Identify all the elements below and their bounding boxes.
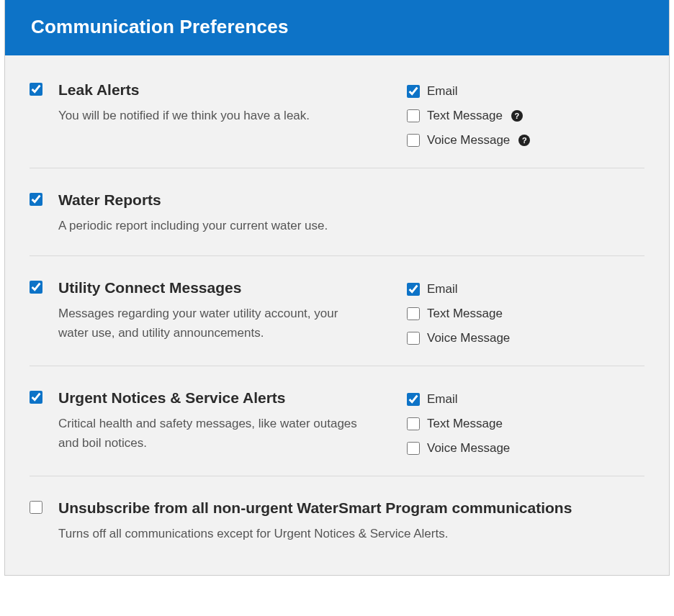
channel-voice-label: Voice Message — [427, 331, 510, 345]
utility-email-checkbox[interactable] — [407, 283, 420, 296]
channel-row: Email — [407, 282, 644, 296]
leak-text-checkbox[interactable] — [407, 109, 420, 122]
channel-email-label: Email — [427, 84, 458, 99]
channel-voice-label: Voice Message — [427, 133, 510, 148]
utility-connect-checkbox[interactable] — [30, 281, 42, 294]
panel-title: Communication Preferences — [31, 16, 289, 37]
urgent-email-checkbox[interactable] — [407, 393, 420, 406]
leak-alerts-desc: You will be notified if we think you hav… — [58, 106, 361, 125]
water-reports-desc: A periodic report including your current… — [58, 216, 361, 235]
utility-text-checkbox[interactable] — [407, 307, 420, 320]
leak-alerts-title: Leak Alerts — [58, 81, 378, 99]
channel-row: Voice Message ? — [407, 331, 644, 345]
section-unsubscribe: Unsubscribe from all non-urgent WaterSma… — [30, 492, 644, 551]
utility-connect-desc: Messages regarding your water utility ac… — [58, 304, 361, 343]
channel-voice-label: Voice Message — [427, 441, 510, 456]
channel-text-label: Text Message — [427, 109, 503, 123]
leak-alerts-checkbox[interactable] — [30, 83, 42, 96]
channel-row: Text Message ? — [407, 417, 644, 431]
unsubscribe-checkbox[interactable] — [30, 501, 42, 514]
urgent-text-checkbox[interactable] — [407, 417, 420, 430]
unsubscribe-title: Unsubscribe from all non-urgent WaterSma… — [58, 499, 616, 517]
section-water-reports: Water Reports A periodic report includin… — [30, 184, 644, 256]
preferences-panel: Communication Preferences Leak Alerts Yo… — [4, 0, 670, 576]
water-reports-title: Water Reports — [58, 191, 378, 209]
water-reports-checkbox[interactable] — [30, 193, 42, 206]
utility-connect-channels: Email Text Message ? Voice Message ? — [407, 279, 644, 345]
urgent-notices-desc: Critical health and safety messages, lik… — [58, 414, 361, 453]
section-urgent-notices: Urgent Notices & Service Alerts Critical… — [30, 382, 644, 476]
urgent-notices-channels: Email Text Message ? Voice Message ? — [407, 389, 644, 456]
urgent-notices-title: Urgent Notices & Service Alerts — [58, 389, 378, 407]
unsubscribe-desc: Turns off all communications except for … — [58, 524, 616, 543]
channel-row: Email — [407, 392, 644, 407]
channel-row: Voice Message ? — [407, 133, 644, 148]
channel-text-label: Text Message — [427, 307, 503, 321]
panel-content: Leak Alerts You will be notified if we t… — [5, 55, 669, 575]
channel-row: Text Message ? — [407, 307, 644, 321]
leak-email-checkbox[interactable] — [407, 85, 420, 98]
urgent-notices-checkbox[interactable] — [30, 391, 42, 404]
channel-email-label: Email — [427, 282, 458, 296]
help-icon[interactable]: ? — [518, 135, 530, 146]
urgent-voice-checkbox[interactable] — [407, 442, 420, 455]
section-utility-connect: Utility Connect Messages Messages regard… — [30, 272, 644, 366]
utility-voice-checkbox[interactable] — [407, 332, 420, 345]
help-icon[interactable]: ? — [511, 110, 523, 122]
channel-row: Email — [407, 84, 644, 99]
channel-row: Text Message ? — [407, 109, 644, 123]
leak-alerts-channels: Email Text Message ? Voice Message ? — [407, 81, 644, 148]
section-leak-alerts: Leak Alerts You will be notified if we t… — [30, 74, 644, 168]
utility-connect-title: Utility Connect Messages — [58, 279, 378, 296]
channel-email-label: Email — [427, 392, 458, 407]
panel-header: Communication Preferences — [5, 0, 669, 55]
channel-row: Voice Message ? — [407, 441, 644, 456]
leak-voice-checkbox[interactable] — [407, 134, 420, 147]
channel-text-label: Text Message — [427, 417, 503, 431]
